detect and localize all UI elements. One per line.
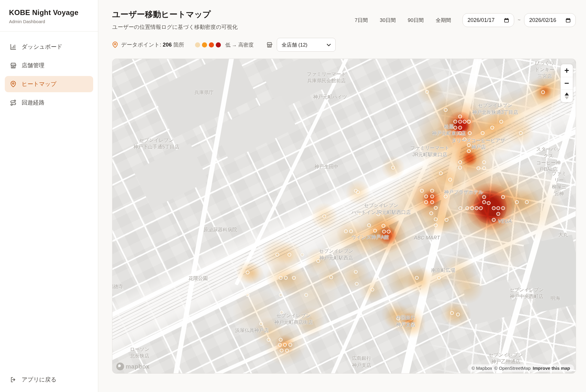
bar-chart-icon [10, 44, 17, 50]
zoom-in-button[interactable]: + [561, 64, 573, 77]
date-from-value: 2026/01/17 [468, 17, 495, 23]
sidebar-item-routes[interactable]: 回遊経路 [5, 95, 93, 111]
map-canvas[interactable]: びっくり ドンキー 三宮店セブンイレブン 神戸北長狭通3丁目店松屋 神戸元町東口… [112, 59, 576, 374]
legend-density-dot [202, 42, 207, 47]
heat-point-marker [246, 270, 250, 274]
heat-point-marker [373, 229, 377, 232]
heat-point-marker [259, 322, 263, 326]
range-all-button[interactable]: 全期間 [436, 17, 451, 24]
heat-point-marker [496, 212, 500, 216]
range-7d-button[interactable]: 7日間 [355, 17, 368, 24]
heat-point-marker [292, 276, 296, 280]
heat-point-marker [279, 276, 282, 280]
osm-attribution-link[interactable]: © OpenStreetMap [494, 366, 531, 371]
heat-point-marker [458, 160, 462, 164]
heat-point-marker [387, 229, 391, 233]
heat-point-marker [358, 212, 362, 216]
date-to-input[interactable]: 2026/02/16 [524, 13, 576, 27]
brand-subtitle: Admin Dashboard [9, 19, 89, 24]
heat-point-marker [496, 206, 500, 210]
heat-point-marker [420, 189, 424, 193]
pitch-toggle-button[interactable] [561, 90, 573, 102]
heat-point-marker [367, 223, 371, 227]
logout-icon [10, 376, 17, 383]
heat-point-marker [541, 90, 545, 94]
heat-point-marker [329, 275, 333, 279]
mapbox-logo-text: mapbox [126, 363, 150, 370]
legend-label: 低 → 高密度 [225, 41, 254, 48]
sidebar-item-back-to-app[interactable]: アプリに戻る [5, 372, 93, 388]
heat-point-marker [377, 212, 380, 216]
date-range-group: 2026/01/17 ~ 2026/02/16 [462, 13, 576, 27]
heat-point-marker [453, 120, 457, 124]
heat-point-marker [458, 126, 462, 130]
heat-point-marker [382, 229, 386, 233]
heat-point-marker [444, 108, 447, 112]
heat-point-marker [444, 194, 447, 198]
heat-point-marker [288, 253, 291, 257]
heat-point-marker [458, 131, 462, 135]
heat-point-marker [284, 276, 288, 280]
heat-point-marker [434, 217, 438, 221]
date-from-input[interactable]: 2026/01/17 [462, 13, 514, 27]
heat-point-marker [437, 276, 441, 280]
title-block: ユーザー移動ヒートマップ ユーザーの位置情報ログに基づく移動密度の可視化 [112, 9, 238, 31]
brand: KOBE Night Voyage Admin Dashboard [0, 0, 98, 32]
heat-point-marker [501, 206, 505, 210]
store-filter-select[interactable]: 全店舗 (12) [277, 38, 336, 52]
heat-point-marker [487, 201, 491, 205]
heat-point-marker [411, 323, 415, 327]
sidebar: KOBE Night Voyage Admin Dashboard ダッシュボー… [0, 0, 98, 392]
range-30d-button[interactable]: 30日間 [380, 17, 396, 24]
heat-point-marker [458, 114, 462, 118]
heat-point-marker [279, 348, 283, 352]
heat-point-marker [424, 194, 428, 198]
heat-point-marker [429, 211, 433, 215]
heat-point-marker [458, 120, 462, 124]
pitch-down-icon [565, 96, 569, 99]
heat-point-marker [490, 126, 494, 130]
calendar-icon [504, 18, 509, 23]
sidebar-item-stores[interactable]: 店舗管理 [5, 57, 93, 74]
mapbox-attribution-link[interactable]: © Mapbox [472, 366, 492, 371]
datapoints-text: データポイント: 206 箇所 [121, 41, 184, 48]
heat-point-marker [356, 190, 360, 194]
heat-point-marker [499, 120, 503, 124]
header-controls: 7日間30日間90日間全期間 2026/01/17 ~ 2026/02/16 [355, 13, 576, 27]
heat-point-marker [371, 288, 374, 292]
range-90d-button[interactable]: 90日間 [408, 17, 424, 24]
improve-map-link[interactable]: Improve this map [533, 366, 570, 371]
sidebar-footer: アプリに戻る [5, 372, 93, 388]
heat-point-marker [279, 293, 282, 297]
heat-point-marker [444, 218, 448, 222]
zoom-out-button[interactable]: − [561, 77, 573, 90]
heat-point-marker [288, 343, 292, 347]
heat-point-marker [477, 166, 481, 170]
pitch-up-icon [565, 93, 569, 96]
heat-point-marker [430, 200, 434, 204]
sidebar-item-dashboard[interactable]: ダッシュボード [5, 39, 93, 55]
legend-density-dot [209, 42, 214, 47]
heat-point-marker [382, 224, 386, 228]
heat-point-marker [424, 200, 428, 204]
heat-point-marker [349, 229, 353, 233]
heat-point-marker [465, 206, 469, 210]
mapbox-logo[interactable]: mapbox [116, 363, 150, 370]
heat-point-marker [479, 206, 483, 210]
map-toolbar: データポイント: 206 箇所 低 → 高密度 全店舗 (12) [112, 38, 576, 52]
heat-point-marker [246, 293, 250, 297]
heat-point-marker [283, 343, 287, 347]
heat-point-marker [448, 178, 452, 182]
heat-point-marker [439, 172, 443, 175]
heat-point-marker [482, 166, 486, 170]
heat-point-marker [267, 338, 270, 342]
store-icon [266, 42, 273, 48]
heat-point-marker [481, 131, 485, 135]
sidebar-item-label: ダッシュボード [22, 43, 63, 51]
map-attribution: © Mapbox © OpenStreetMap Improve this ma… [468, 364, 574, 372]
sidebar-item-heatmap[interactable]: ヒートマップ [5, 76, 93, 92]
heat-point-marker [391, 166, 395, 170]
heat-point-marker [462, 138, 466, 141]
heat-point-marker [355, 282, 359, 286]
page-subtitle: ユーザーの位置情報ログに基づく移動密度の可視化 [112, 23, 238, 31]
